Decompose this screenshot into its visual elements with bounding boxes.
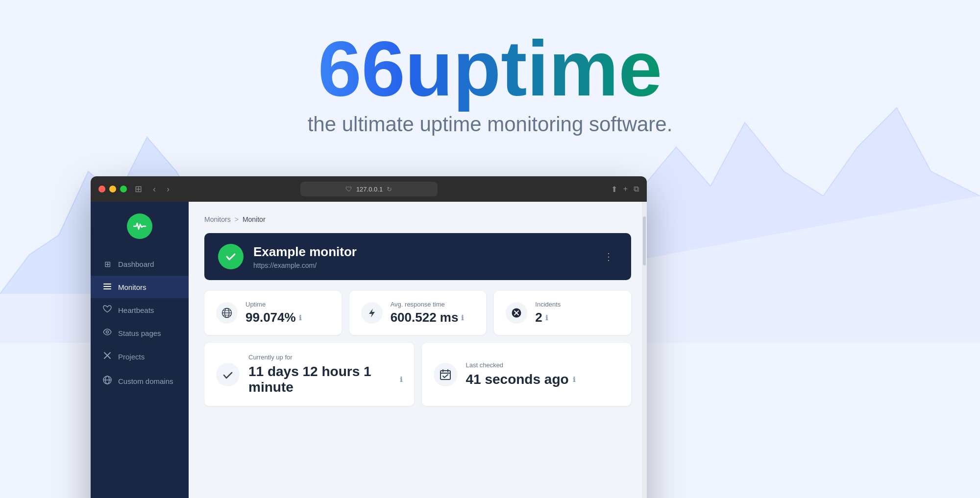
monitor-name: Example monitor — [253, 244, 590, 260]
share-icon[interactable]: ⬆ — [611, 185, 617, 194]
hero-subtitle: the ultimate uptime monitoring software. — [0, 113, 980, 136]
bottom-stats-grid: Currently up for 11 days 12 hours 1 minu… — [204, 343, 631, 406]
uptime-duration-info-icon[interactable]: ℹ — [400, 376, 402, 383]
monitor-url: https://example.com/ — [253, 261, 590, 269]
traffic-light-green[interactable] — [120, 186, 127, 192]
checkmark-circle-icon — [216, 363, 240, 386]
uptime-info-icon[interactable]: ℹ — [299, 314, 301, 322]
hero-title-word: uptime — [405, 24, 662, 112]
sidebar-label-dashboard: Dashboard — [118, 260, 154, 268]
stat-info-uptime: Uptime 99.074% ℹ — [245, 301, 301, 325]
calendar-check-icon — [434, 363, 457, 386]
hero-section: 66uptime the ultimate uptime monitoring … — [0, 0, 980, 136]
response-time-label: Avg. response time — [391, 301, 464, 308]
sidebar-label-custom-domains: Custom domains — [118, 377, 173, 385]
reload-icon[interactable]: ↻ — [387, 186, 392, 193]
address-bar[interactable]: 🛡 127.0.0.1 ↻ — [300, 182, 438, 196]
heartbeat-logo-icon — [133, 219, 147, 233]
bolt-icon — [361, 302, 383, 324]
uptime-value: 99.074% ℹ — [245, 310, 301, 325]
last-checked-value: 41 seconds ago ℹ — [466, 372, 575, 387]
uptime-duration-label: Currently up for — [248, 354, 402, 361]
sidebar-label-heartbeats: Heartbeats — [118, 306, 154, 314]
last-checked-info-icon[interactable]: ℹ — [573, 376, 575, 383]
sidebar-item-heartbeats[interactable]: Heartbeats — [91, 298, 189, 322]
incidents-label: Incidents — [535, 301, 561, 308]
breadcrumb-current: Monitor — [243, 215, 266, 223]
svg-rect-4 — [103, 288, 111, 289]
breadcrumb-parent[interactable]: Monitors — [204, 215, 231, 223]
scrollbar-track[interactable] — [642, 202, 647, 498]
heartbeats-icon — [102, 305, 112, 315]
sidebar-label-monitors: Monitors — [118, 283, 147, 291]
svg-rect-2 — [103, 284, 111, 285]
sidebar-logo[interactable] — [127, 213, 152, 239]
stat-card-response-time: Avg. response time 600.522 ms ℹ — [349, 291, 487, 335]
sidebar-navigation: ⊞ Dashboard Monitors — [91, 253, 189, 393]
sidebar-label-projects: Projects — [118, 353, 145, 361]
traffic-light-yellow[interactable] — [109, 186, 116, 192]
stat-card-last-checked: Last checked 41 seconds ago ℹ — [422, 343, 632, 406]
dashboard-icon: ⊞ — [102, 260, 112, 269]
svg-marker-14 — [369, 308, 375, 317]
sidebar-item-projects[interactable]: Projects — [91, 344, 189, 369]
incidents-value: 2 ℹ — [535, 310, 561, 325]
breadcrumb: Monitors > Monitor — [204, 215, 631, 223]
browser-titlebar: ⊞ ‹ › 🛡 127.0.0.1 ↻ ⬆ + ⧉ — [91, 176, 647, 202]
uptime-label: Uptime — [245, 301, 301, 308]
tabs-icon[interactable]: ⧉ — [634, 185, 639, 193]
globe-icon — [216, 302, 238, 324]
forward-button[interactable]: › — [164, 182, 172, 196]
monitor-header-card: Example monitor https://example.com/ ⋮ — [204, 233, 631, 280]
traffic-lights — [98, 186, 127, 192]
projects-icon — [102, 351, 112, 362]
stat-card-uptime-duration: Currently up for 11 days 12 hours 1 minu… — [204, 343, 414, 406]
uptime-duration-value: 11 days 12 hours 1 minute ℹ — [248, 364, 402, 395]
svg-marker-1 — [588, 108, 980, 343]
shield-icon: 🛡 — [345, 185, 352, 193]
sidebar-item-monitors[interactable]: Monitors — [91, 276, 189, 298]
titlebar-right-controls: ⬆ + ⧉ — [611, 185, 639, 194]
browser-window: ⊞ ‹ › 🛡 127.0.0.1 ↻ ⬆ + ⧉ ⊞ Dashb — [91, 176, 647, 498]
breadcrumb-separator: > — [235, 215, 239, 223]
incidents-info-icon[interactable]: ℹ — [545, 314, 548, 322]
monitor-menu-button[interactable]: ⋮ — [600, 249, 617, 264]
svg-rect-3 — [103, 286, 111, 287]
custom-domains-icon — [102, 376, 112, 386]
hero-title: 66uptime — [318, 29, 662, 108]
response-time-value: 600.522 ms ℹ — [391, 310, 464, 325]
sidebar-item-dashboard[interactable]: ⊞ Dashboard — [91, 253, 189, 276]
stat-info-response: Avg. response time 600.522 ms ℹ — [391, 301, 464, 325]
address-text: 127.0.0.1 — [356, 186, 383, 193]
last-checked-label: Last checked — [466, 361, 575, 369]
monitors-icon — [102, 283, 112, 291]
sidebar: ⊞ Dashboard Monitors — [91, 202, 189, 498]
uptime-duration-info: Currently up for 11 days 12 hours 1 minu… — [248, 354, 402, 395]
monitor-status-icon — [218, 244, 244, 269]
x-circle-icon — [506, 302, 527, 324]
monitor-info: Example monitor https://example.com/ — [253, 244, 590, 269]
scrollbar-thumb[interactable] — [643, 216, 646, 265]
sidebar-label-status-pages: Status pages — [118, 329, 161, 337]
sidebar-toggle-button[interactable]: ⊞ — [132, 182, 145, 196]
traffic-light-red[interactable] — [98, 186, 105, 192]
hero-title-numbers: 66 — [318, 24, 405, 112]
svg-rect-18 — [441, 371, 450, 379]
last-checked-info: Last checked 41 seconds ago ℹ — [466, 361, 575, 387]
checkmark-icon — [224, 250, 237, 263]
sidebar-item-status-pages[interactable]: Status pages — [91, 322, 189, 344]
browser-content: ⊞ Dashboard Monitors — [91, 202, 647, 498]
main-content: Monitors > Monitor Example monitor https… — [189, 202, 647, 498]
stats-grid: Uptime 99.074% ℹ Avg. — [204, 291, 631, 335]
sidebar-item-custom-domains[interactable]: Custom domains — [91, 369, 189, 393]
back-button[interactable]: ‹ — [150, 182, 159, 196]
status-pages-icon — [102, 329, 112, 337]
stat-card-incidents: Incidents 2 ℹ — [494, 291, 631, 335]
add-tab-icon[interactable]: + — [623, 185, 628, 193]
stat-info-incidents: Incidents 2 ℹ — [535, 301, 561, 325]
response-info-icon[interactable]: ℹ — [461, 314, 464, 322]
svg-point-5 — [106, 331, 109, 333]
stat-card-uptime: Uptime 99.074% ℹ — [204, 291, 342, 335]
